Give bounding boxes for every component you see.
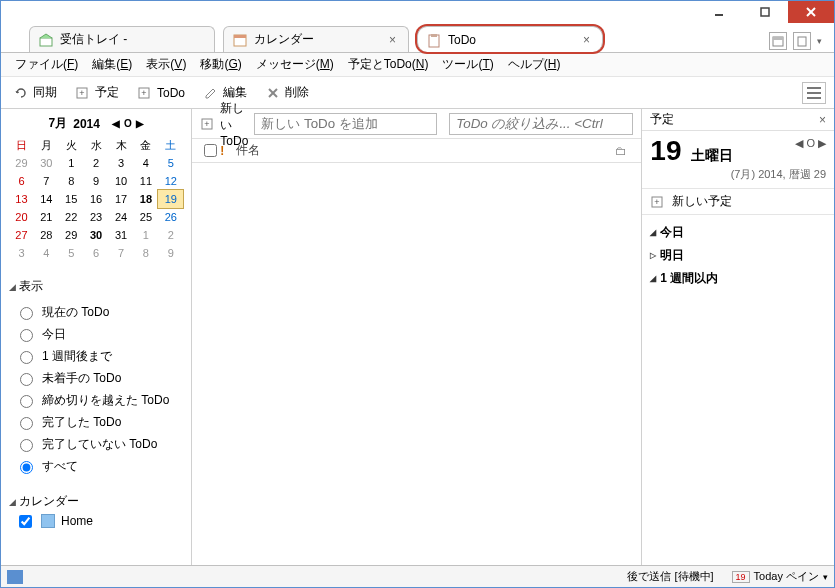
menu-message[interactable]: メッセージ(M) bbox=[250, 54, 340, 75]
menu-go[interactable]: 移動(G) bbox=[194, 54, 247, 75]
date-next[interactable]: ▶ bbox=[818, 137, 826, 149]
filter-option[interactable]: 今日 bbox=[15, 323, 183, 345]
priority-column-icon[interactable]: ! bbox=[220, 144, 236, 158]
cal-day[interactable]: 30 bbox=[34, 154, 59, 172]
cal-day[interactable]: 23 bbox=[84, 208, 109, 226]
cal-day[interactable]: 11 bbox=[133, 172, 158, 190]
cal-day[interactable]: 25 bbox=[133, 208, 158, 226]
status-dropdown-icon[interactable]: ▾ bbox=[823, 572, 828, 582]
menu-tools[interactable]: ツール(T) bbox=[436, 54, 499, 75]
cal-day[interactable]: 19 bbox=[158, 190, 183, 208]
cal-day[interactable]: 3 bbox=[9, 244, 34, 262]
cal-day[interactable]: 30 bbox=[84, 226, 109, 244]
subject-column[interactable]: 件名 bbox=[236, 142, 615, 159]
filter-option[interactable]: 1 週間後まで bbox=[15, 345, 183, 367]
tab-todo-close[interactable]: × bbox=[579, 33, 594, 47]
cal-day[interactable]: 26 bbox=[158, 208, 183, 226]
right-pane-close[interactable]: × bbox=[819, 113, 826, 127]
menu-file[interactable]: ファイル(F) bbox=[9, 54, 84, 75]
cal-day[interactable]: 27 bbox=[9, 226, 34, 244]
new-event-row[interactable]: + 新しい予定 bbox=[642, 189, 834, 215]
cal-day[interactable]: 14 bbox=[34, 190, 59, 208]
cal-day[interactable]: 10 bbox=[109, 172, 134, 190]
tab-calendar-close[interactable]: × bbox=[385, 33, 400, 47]
cal-today[interactable]: O bbox=[124, 118, 132, 129]
cal-day[interactable]: 6 bbox=[84, 244, 109, 262]
cal-day[interactable]: 7 bbox=[109, 244, 134, 262]
cal-day[interactable]: 24 bbox=[109, 208, 134, 226]
calendar-home-row[interactable]: Home bbox=[9, 510, 183, 532]
date-prev[interactable]: ◀ bbox=[795, 137, 803, 149]
mini-clipboard-icon[interactable] bbox=[793, 32, 811, 50]
agenda-today[interactable]: ◢今日 bbox=[646, 221, 830, 244]
agenda-tomorrow[interactable]: ▷明日 bbox=[646, 244, 830, 267]
agenda-week[interactable]: ◢1 週間以内 bbox=[646, 267, 830, 290]
cal-day[interactable]: 21 bbox=[34, 208, 59, 226]
cal-day[interactable]: 31 bbox=[109, 226, 134, 244]
new-todo-input[interactable] bbox=[254, 113, 437, 135]
todo-list-header[interactable]: ! 件名 🗀 bbox=[192, 139, 641, 163]
date-today[interactable]: O bbox=[806, 137, 815, 149]
window-close-button[interactable] bbox=[788, 1, 834, 23]
menu-view[interactable]: 表示(V) bbox=[140, 54, 192, 75]
cal-day[interactable]: 12 bbox=[158, 172, 183, 190]
cal-day[interactable]: 5 bbox=[59, 244, 84, 262]
cal-day[interactable]: 22 bbox=[59, 208, 84, 226]
cal-day[interactable]: 2 bbox=[158, 226, 183, 244]
select-all-checkbox[interactable] bbox=[204, 144, 217, 157]
filter-option[interactable]: 完了していない ToDo bbox=[15, 433, 183, 455]
status-today-pane[interactable]: Today ペイン bbox=[754, 569, 819, 584]
cal-day[interactable]: 29 bbox=[9, 154, 34, 172]
filter-option[interactable]: 未着手の ToDo bbox=[15, 367, 183, 389]
cal-day[interactable]: 15 bbox=[59, 190, 84, 208]
cal-day[interactable]: 8 bbox=[59, 172, 84, 190]
calendar-column-icon[interactable]: 🗀 bbox=[615, 144, 633, 158]
cal-day[interactable]: 7 bbox=[34, 172, 59, 190]
tab-calendar[interactable]: カレンダー × bbox=[223, 26, 409, 52]
cal-day[interactable]: 3 bbox=[109, 154, 134, 172]
cal-next[interactable]: ▶ bbox=[136, 118, 144, 129]
cal-day[interactable]: 17 bbox=[109, 190, 134, 208]
cal-day[interactable]: 2 bbox=[84, 154, 109, 172]
cal-day[interactable]: 18 bbox=[133, 190, 158, 208]
cal-day[interactable]: 9 bbox=[158, 244, 183, 262]
cal-day[interactable]: 4 bbox=[133, 154, 158, 172]
cal-day[interactable]: 16 bbox=[84, 190, 109, 208]
tab-inbox[interactable]: 受信トレイ - bbox=[29, 26, 215, 52]
cal-day[interactable]: 20 bbox=[9, 208, 34, 226]
cal-day[interactable]: 5 bbox=[158, 154, 183, 172]
menu-toggle-button[interactable] bbox=[802, 82, 826, 104]
cal-day[interactable]: 6 bbox=[9, 172, 34, 190]
menu-event-todo[interactable]: 予定とToDo(N) bbox=[342, 54, 435, 75]
cal-day[interactable]: 8 bbox=[133, 244, 158, 262]
mini-dropdown-icon[interactable]: ▾ bbox=[817, 36, 822, 46]
filter-option[interactable]: すべて bbox=[15, 455, 183, 477]
menu-edit[interactable]: 編集(E) bbox=[86, 54, 138, 75]
mini-calendar-icon[interactable] bbox=[769, 32, 787, 50]
filter-option[interactable]: 締め切りを越えた ToDo bbox=[15, 389, 183, 411]
window-maximize-button[interactable] bbox=[742, 1, 788, 23]
cal-day[interactable]: 1 bbox=[59, 154, 84, 172]
delete-button[interactable]: 削除 bbox=[261, 82, 313, 103]
section-calendar[interactable]: カレンダー bbox=[9, 493, 183, 510]
new-event-button[interactable]: +予定 bbox=[71, 82, 123, 103]
tab-todo[interactable]: ToDo × bbox=[417, 26, 603, 52]
menu-help[interactable]: ヘルプ(H) bbox=[502, 54, 567, 75]
window-minimize-button[interactable] bbox=[696, 1, 742, 23]
todo-filter-input[interactable] bbox=[449, 113, 633, 135]
cal-day[interactable]: 29 bbox=[59, 226, 84, 244]
cal-day[interactable]: 9 bbox=[84, 172, 109, 190]
new-todo-button[interactable]: +ToDo bbox=[133, 83, 189, 103]
cal-day[interactable]: 13 bbox=[9, 190, 34, 208]
cal-day[interactable]: 28 bbox=[34, 226, 59, 244]
cal-day[interactable]: 4 bbox=[34, 244, 59, 262]
filter-option[interactable]: 完了した ToDo bbox=[15, 411, 183, 433]
status-today-date-icon[interactable]: 19 bbox=[732, 571, 750, 583]
cal-prev[interactable]: ◀ bbox=[112, 118, 120, 129]
filter-option[interactable]: 現在の ToDo bbox=[15, 301, 183, 323]
status-send[interactable]: 後で送信 [待機中] bbox=[627, 569, 713, 584]
cal-day[interactable]: 1 bbox=[133, 226, 158, 244]
calendar-home-checkbox[interactable] bbox=[19, 515, 32, 528]
mini-calendar[interactable]: 日月火水木金土293012345678910111213141516171819… bbox=[9, 136, 183, 262]
section-view[interactable]: 表示 bbox=[9, 278, 183, 295]
